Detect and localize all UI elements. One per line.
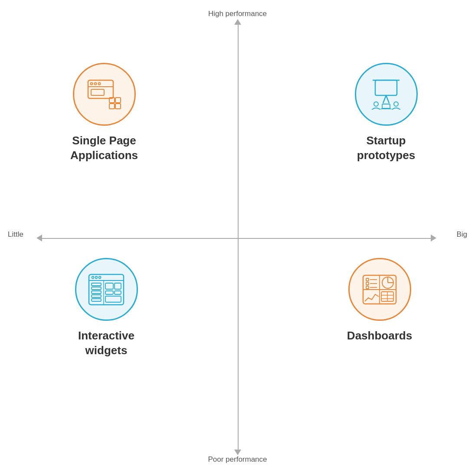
widgets-label: Interactivewidgets [78, 329, 134, 358]
svg-line-12 [386, 95, 389, 103]
quadrant-chart: High performance Poor performance Little… [0, 0, 475, 476]
spa-label: Single PageApplications [70, 134, 138, 163]
poor-performance-label: Poor performance [208, 455, 267, 464]
dashboards-label: Dashboards [347, 329, 412, 343]
svg-rect-10 [375, 80, 397, 95]
svg-rect-7 [115, 98, 121, 103]
widgets-icon [87, 273, 125, 306]
dashboards-icon-circle [348, 258, 411, 321]
svg-rect-30 [115, 283, 121, 289]
svg-rect-25 [92, 291, 101, 293]
svg-rect-41 [366, 286, 369, 289]
vertical-axis [238, 25, 239, 450]
svg-rect-16 [382, 104, 390, 108]
svg-rect-8 [109, 104, 115, 109]
startup-icon-circle [355, 63, 418, 126]
svg-point-21 [95, 276, 98, 278]
spa-icon [86, 78, 123, 111]
svg-rect-33 [105, 296, 121, 302]
svg-rect-37 [366, 278, 369, 281]
svg-rect-32 [115, 291, 121, 294]
svg-point-1 [90, 83, 92, 85]
left-arrow-icon [36, 235, 42, 241]
widgets-quadrant: Interactivewidgets [46, 258, 167, 358]
svg-rect-39 [366, 282, 369, 285]
startup-label: Startupprototypes [357, 134, 415, 163]
svg-rect-26 [92, 295, 101, 297]
svg-rect-24 [92, 287, 101, 290]
high-performance-label: High performance [208, 10, 267, 18]
svg-point-3 [98, 83, 100, 85]
svg-rect-23 [92, 283, 101, 286]
dashboards-quadrant: Dashboards [328, 258, 432, 343]
svg-rect-27 [92, 299, 101, 301]
right-arrow-icon [431, 235, 436, 241]
big-label: Big [456, 230, 467, 239]
svg-point-20 [92, 276, 94, 278]
startup-icon [367, 79, 406, 110]
up-arrow-icon [234, 19, 241, 25]
svg-rect-31 [105, 291, 113, 294]
little-label: Little [8, 230, 23, 239]
svg-point-2 [94, 83, 96, 85]
widgets-icon-circle [75, 258, 138, 321]
horizontal-axis [42, 238, 432, 239]
down-arrow-icon [234, 450, 241, 455]
svg-point-22 [99, 276, 101, 278]
spa-quadrant: Single PageApplications [46, 63, 163, 163]
svg-rect-5 [91, 89, 104, 95]
startup-quadrant: Startupprototypes [332, 63, 440, 163]
svg-rect-9 [115, 104, 121, 109]
spa-icon-circle [73, 63, 136, 126]
dashboards-icon [360, 273, 399, 306]
svg-point-15 [394, 102, 398, 106]
svg-rect-29 [105, 283, 113, 289]
svg-line-11 [383, 95, 386, 103]
svg-point-14 [374, 102, 378, 106]
